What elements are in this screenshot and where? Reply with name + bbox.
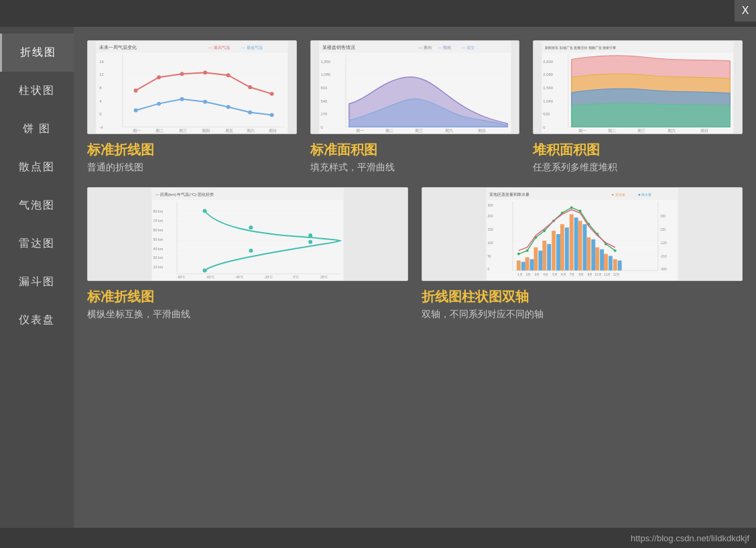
- chart-thumbnail-area1: 某楼盘销售情况 — 重肉 — 预购 — 成交 0 270 540 810 1,0…: [310, 40, 520, 134]
- sidebar-item-scatter[interactable]: 散点图: [0, 148, 74, 186]
- svg-point-173: [517, 253, 520, 256]
- svg-text:未来一周气温变化: 未来一周气温变化: [99, 45, 137, 50]
- svg-text:1,350: 1,350: [320, 60, 330, 64]
- sidebar-item-funnel[interactable]: 漏斗图: [0, 263, 74, 301]
- chart-card-dualaxis[interactable]: 某地区蒸发量和降水量 ■ 蒸发量 ■ 降水量 0 50 100 150 20: [422, 187, 743, 321]
- chart-thumbnail-line1: 未来一周气温变化 — 最高气温 — 最低气温 -4 0: [87, 40, 297, 134]
- chart-card-stackedarea[interactable]: 新闻资讯 职场广告 直播活动 视频广告 搜索引擎 0 520 1,040 1,5…: [533, 40, 743, 174]
- svg-point-113: [202, 209, 206, 213]
- svg-rect-172: [618, 260, 622, 270]
- svg-rect-165: [556, 234, 560, 270]
- svg-text:周二: 周二: [155, 129, 164, 133]
- svg-text:— 距离(km) 年气温(°C) 固化烃类: — 距离(km) 年气温(°C) 固化烃类: [155, 192, 214, 197]
- svg-rect-157: [586, 237, 590, 270]
- svg-point-29: [227, 73, 231, 77]
- sidebar-item-bubble[interactable]: 气泡图: [0, 186, 74, 225]
- svg-text:新闻资讯 职场广告 直播活动 视频广告 搜索引擎: 新闻资讯 职场广告 直播活动 视频广告 搜索引擎: [546, 46, 617, 50]
- svg-text:周六: 周六: [444, 128, 452, 133]
- svg-text:150: 150: [488, 228, 493, 231]
- sidebar: 折线图 柱状图 饼 图 散点图 气泡图 雷达图 漏斗图 仪表盘: [0, 27, 74, 528]
- svg-point-112: [249, 225, 253, 229]
- svg-text:16: 16: [99, 60, 104, 64]
- svg-text:2,600: 2,600: [544, 60, 554, 64]
- svg-text:某地区蒸发量和降水量: 某地区蒸发量和降水量: [490, 193, 530, 197]
- svg-rect-162: [530, 259, 534, 270]
- close-button[interactable]: X: [735, 0, 756, 21]
- svg-point-33: [157, 102, 161, 106]
- svg-text:某楼盘销售情况: 某楼盘销售情况: [322, 45, 355, 50]
- sidebar-item-radar[interactable]: 雷达图: [0, 225, 74, 263]
- svg-rect-161: [521, 262, 525, 270]
- svg-point-111: [308, 233, 312, 237]
- svg-text:— 最低气温: — 最低气温: [241, 46, 263, 50]
- svg-text:80 km: 80 km: [153, 209, 164, 213]
- svg-rect-166: [565, 227, 569, 270]
- svg-rect-171: [609, 256, 613, 271]
- sidebar-item-bar[interactable]: 柱状图: [0, 72, 74, 110]
- svg-rect-154: [560, 224, 564, 270]
- svg-point-184: [614, 250, 617, 252]
- svg-rect-158: [595, 248, 599, 271]
- svg-text:11月: 11月: [604, 273, 611, 276]
- svg-text:0°C: 0°C: [294, 276, 300, 279]
- svg-rect-152: [542, 241, 546, 270]
- svg-text:12: 12: [99, 72, 104, 76]
- chart-desc-stackedarea: 任意系列多维度堆积: [533, 162, 743, 174]
- svg-text:100: 100: [488, 241, 493, 245]
- svg-rect-159: [604, 254, 608, 271]
- svg-text:270: 270: [320, 112, 328, 116]
- svg-text:— 重肉: — 重肉: [418, 46, 432, 50]
- svg-point-36: [227, 105, 231, 109]
- svg-rect-155: [570, 214, 574, 270]
- svg-text:周一: 周一: [578, 129, 586, 133]
- svg-text:-60°C: -60°C: [206, 276, 214, 279]
- svg-rect-156: [578, 221, 582, 270]
- svg-text:-4: -4: [99, 125, 103, 129]
- svg-text:周一: 周一: [355, 129, 363, 133]
- content-area: 未来一周气温变化 — 最高气温 — 最低气温 -4 0: [74, 27, 756, 528]
- svg-text:周日: 周日: [269, 129, 277, 133]
- sidebar-item-line[interactable]: 折线图: [0, 34, 74, 72]
- svg-rect-153: [552, 231, 556, 270]
- svg-rect-169: [591, 239, 595, 270]
- sidebar-item-pie[interactable]: 饼 图: [0, 110, 74, 148]
- svg-text:周三: 周三: [415, 129, 423, 133]
- svg-text:300: 300: [488, 204, 493, 207]
- svg-point-108: [202, 268, 206, 272]
- chart-card-line1[interactable]: 未来一周气温变化 — 最高气温 — 最低气温 -4 0: [87, 40, 297, 174]
- svg-point-109: [249, 249, 253, 253]
- svg-text:2,080: 2,080: [544, 72, 554, 76]
- footer-bar: https://blog.csdn.net/liIdkdkdkjf: [0, 528, 756, 548]
- svg-point-31: [270, 92, 274, 96]
- svg-text:周三: 周三: [638, 129, 646, 133]
- chart-thumbnail-stackedarea: 新闻资讯 职场广告 直播活动 视频广告 搜索引擎 0 520 1,040 1,5…: [533, 40, 743, 134]
- chart-thumbnail-line2: — 距离(km) 年气温(°C) 固化烃类 80 km 70 km 60 km …: [87, 187, 408, 281]
- svg-text:8月: 8月: [579, 273, 584, 276]
- svg-text:10 km: 10 km: [153, 265, 164, 269]
- svg-text:3月: 3月: [535, 273, 540, 276]
- svg-text:50 km: 50 km: [153, 237, 164, 241]
- svg-rect-168: [582, 224, 586, 270]
- svg-text:— 最高气温: — 最高气温: [208, 45, 230, 50]
- svg-text:9月: 9月: [587, 273, 592, 276]
- charts-grid-bottom: — 距离(km) 年气温(°C) 固化烃类 80 km 70 km 60 km …: [87, 187, 743, 321]
- chart-desc-line1: 普通的折线图: [87, 162, 297, 174]
- svg-point-32: [134, 109, 138, 113]
- sidebar-item-gauge[interactable]: 仪表盘: [0, 301, 74, 339]
- svg-text:周二: 周二: [385, 129, 393, 133]
- svg-text:1,040: 1,040: [544, 99, 554, 103]
- svg-text:0: 0: [488, 268, 490, 271]
- svg-text:70 km: 70 km: [153, 219, 164, 223]
- charts-grid-top: 未来一周气温变化 — 最高气温 — 最低气温 -4 0: [87, 40, 743, 174]
- svg-text:周四: 周四: [202, 129, 210, 133]
- svg-text:810: 810: [320, 86, 328, 90]
- svg-text:-80°C: -80°C: [177, 276, 186, 279]
- main-container: 折线图 柱状图 饼 图 散点图 气泡图 雷达图 漏斗图 仪表盘: [0, 27, 756, 528]
- svg-text:60 km: 60 km: [153, 228, 164, 232]
- chart-title-stackedarea: 堆积面积图: [533, 141, 743, 159]
- svg-text:4月: 4月: [543, 273, 548, 276]
- chart-card-line2[interactable]: — 距离(km) 年气温(°C) 固化烃类 80 km 70 km 60 km …: [87, 187, 408, 321]
- svg-rect-163: [538, 251, 542, 271]
- svg-text:-40°C: -40°C: [235, 276, 244, 279]
- chart-card-area1[interactable]: 某楼盘销售情况 — 重肉 — 预购 — 成交 0 270 540 810 1,0…: [310, 40, 520, 174]
